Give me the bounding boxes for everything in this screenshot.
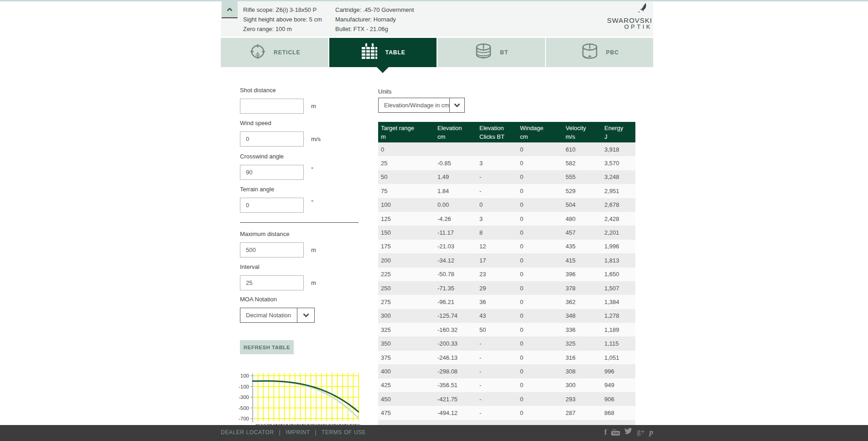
logo-brand-text: SWAROVSKI: [607, 17, 652, 24]
table-row: 25-0.85305823,570: [378, 156, 635, 170]
pinterest-icon[interactable]: p: [650, 428, 654, 436]
column-header: Elevationcm: [435, 122, 477, 142]
table-cell: -: [477, 396, 517, 403]
reticle-icon: [249, 42, 267, 63]
table-cell: 308: [563, 368, 602, 375]
refresh-table-button[interactable]: REFRESH TABLE: [240, 340, 294, 354]
table-cell: 2,201: [602, 229, 635, 236]
wind-speed-input[interactable]: [240, 131, 304, 147]
table-cell: 0: [517, 396, 563, 403]
moa-notation-select[interactable]: Decimal Notation: [240, 308, 315, 323]
table-cell: 906: [602, 396, 635, 403]
table-cell: 8: [477, 229, 517, 236]
table-cell: -421.75: [435, 396, 477, 403]
table-cell: 23: [477, 271, 517, 278]
main-content: Rifle scope: Z6(i) 3-18x50 P Sight heigh…: [221, 1, 653, 441]
table-cell: -: [477, 354, 517, 361]
table-cell: 0: [517, 257, 563, 264]
table-row: 425-356.51-0300949: [378, 378, 635, 392]
table-cell: 2,678: [602, 201, 635, 208]
terrain-angle-label: Terrain angle: [240, 186, 313, 193]
swarovski-optik-logo: SWAROVSKI OPTIK: [607, 3, 652, 30]
table-cell: 0: [517, 326, 563, 333]
wind-speed-unit: m/s: [311, 136, 321, 142]
table-cell: 0: [517, 229, 563, 236]
table-cell: 450: [378, 396, 435, 403]
crosswind-angle-unit: °: [311, 166, 313, 173]
interval-input[interactable]: [240, 275, 304, 290]
table-cell: 1,115: [602, 340, 635, 347]
table-row: 150-11.17804572,201: [378, 226, 635, 239]
table-cell: 3,918: [602, 146, 635, 153]
maximum-distance-input[interactable]: [240, 242, 304, 257]
moa-notation-value: Decimal Notation: [240, 308, 297, 322]
table-cell: 375: [378, 354, 435, 361]
table-cell: -125.74: [435, 312, 477, 319]
table-cell: 415: [563, 257, 602, 264]
table-cell: 0: [517, 340, 563, 347]
moa-notation-label: MOA Notation: [240, 296, 315, 303]
table-cell: -298.08: [435, 368, 477, 375]
table-cell: 12: [477, 243, 517, 250]
table-cell: 75: [378, 188, 435, 194]
tab-reticle[interactable]: RETICLE: [221, 38, 328, 67]
table-cell: 1,996: [602, 243, 635, 250]
crosswind-angle-label: Crosswind angle: [240, 153, 313, 160]
chevron-up-icon: [227, 6, 233, 13]
table-cell: -34.12: [435, 257, 477, 264]
active-tab-arrow: [377, 67, 389, 73]
table-cell: 1,813: [602, 257, 635, 264]
tab-pbc[interactable]: PBC: [546, 38, 654, 67]
units-label: Units: [378, 88, 392, 95]
maximum-distance-unit: m: [311, 247, 316, 253]
table-cell: 1,384: [602, 299, 635, 305]
table-cell: -356.51: [435, 382, 477, 388]
units-value: Elevation/Windage in cm: [379, 98, 449, 112]
collapse-header-button[interactable]: [222, 1, 238, 18]
twitter-icon[interactable]: [624, 428, 632, 436]
shot-distance-input[interactable]: [240, 99, 304, 114]
tab-table[interactable]: TABLE: [329, 38, 437, 67]
table-cell: 0: [517, 201, 563, 208]
table-cell: 362: [563, 299, 602, 305]
facebook-icon[interactable]: f: [604, 428, 607, 436]
table-cell: -494.12: [435, 410, 477, 416]
table-cell: -160.32: [435, 326, 477, 333]
table-cell: 0: [517, 382, 563, 388]
table-cell: -50.78: [435, 271, 477, 278]
table-cell: 582: [563, 160, 602, 167]
table-cell: 480: [563, 215, 602, 222]
googleplus-icon[interactable]: g+: [637, 428, 645, 436]
youtube-icon[interactable]: You Tube: [611, 428, 620, 436]
svg-text:-700: -700: [239, 416, 249, 421]
table-cell: 1,189: [602, 326, 635, 333]
tab-bt[interactable]: BT: [437, 38, 545, 67]
dealer-locator-link[interactable]: DEALER LOCATOR: [221, 429, 274, 436]
tab-label: TABLE: [385, 49, 405, 56]
units-select[interactable]: Elevation/Windage in cm: [378, 98, 465, 113]
imprint-link[interactable]: IMPRINT: [286, 429, 310, 436]
terms-of-use-link[interactable]: TERMS OF USE: [322, 429, 366, 436]
wind-speed-label: Wind speed: [240, 120, 321, 126]
cartridge-specs: Cartridge: .45-70 Government Manufacture…: [335, 5, 414, 34]
table-cell: 350: [378, 340, 435, 347]
tab-label: BT: [500, 49, 508, 56]
table-cell: 150: [378, 229, 435, 236]
table-cell: 0: [517, 173, 563, 180]
table-cell: 29: [477, 285, 517, 292]
table-cell: 348: [563, 312, 602, 319]
table-cell: 2,428: [602, 215, 635, 222]
table-cell: 325: [378, 326, 435, 333]
table-row: 175-21.031204351,996: [378, 240, 635, 253]
table-cell: -: [477, 173, 517, 180]
table-cell: -200.33: [435, 340, 477, 347]
spec-line: Cartridge: .45-70 Government: [335, 5, 414, 15]
table-cell: 0: [517, 215, 563, 222]
table-row: 325-160.325003361,189: [378, 323, 635, 336]
table-cell: -: [477, 188, 517, 194]
table-cell: 529: [563, 188, 602, 194]
crosswind-angle-input[interactable]: [240, 165, 304, 180]
table-cell: 0: [517, 271, 563, 278]
terrain-angle-input[interactable]: [240, 198, 304, 213]
spec-line: Manufacturer: Hornady: [335, 15, 414, 24]
